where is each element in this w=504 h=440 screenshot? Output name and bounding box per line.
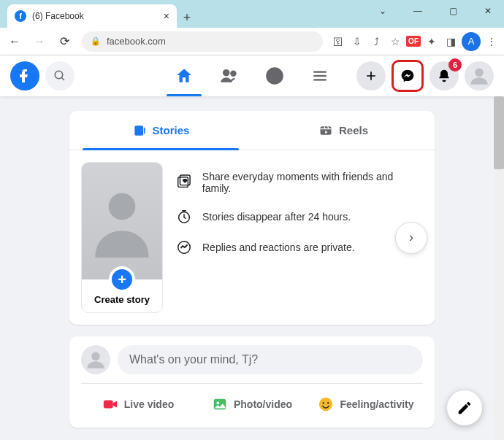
bell-icon [437, 69, 451, 83]
avatar-placeholder-icon [82, 163, 162, 279]
new-message-fab[interactable] [447, 390, 482, 425]
nav-groups[interactable] [254, 57, 295, 95]
new-tab-button[interactable]: + [177, 7, 197, 28]
facebook-favicon: f [15, 10, 26, 22]
composer-input[interactable]: What's on your mind, Tj? [118, 345, 423, 374]
svg-point-17 [91, 352, 100, 361]
main-content: Stories Reels + Create story S [0, 96, 504, 440]
svg-rect-11 [320, 126, 331, 135]
browser-address-bar: ← → ⟳ 🔒 facebook.com ⚿ ⇩ ⤴ ☆ OF ✦ ◨ A ⋮ [0, 28, 504, 55]
svg-point-3 [231, 72, 236, 77]
friends-icon [220, 66, 239, 85]
window-close-button[interactable]: ✕ [472, 0, 504, 22]
side-panel-icon[interactable]: ◨ [443, 34, 459, 50]
stories-icon [132, 123, 147, 138]
reload-button[interactable]: ⟳ [54, 31, 75, 52]
story-info-3: Replies and reactions are private. [202, 242, 355, 253]
browser-tab[interactable]: f (6) Facebook × [7, 4, 177, 28]
url-input[interactable]: 🔒 facebook.com [82, 31, 323, 52]
messenger-button[interactable] [392, 60, 424, 92]
nav-menu[interactable] [299, 57, 340, 95]
tab-title: (6) Facebook [32, 11, 158, 21]
extension-badge[interactable]: OF [406, 36, 421, 47]
scrollbar-thumb[interactable] [494, 96, 504, 169]
facebook-header: 6 [0, 55, 504, 96]
forward-button[interactable]: → [29, 31, 50, 52]
create-button[interactable] [356, 61, 386, 90]
photo-heart-icon [176, 174, 192, 190]
svg-point-6 [275, 73, 278, 76]
clock-icon [176, 209, 192, 225]
chevron-down-icon[interactable]: ⌄ [367, 0, 399, 22]
photo-icon [212, 396, 228, 412]
plus-icon [364, 69, 378, 83]
notifications-button[interactable]: 6 [429, 61, 459, 90]
facebook-logo[interactable] [10, 61, 39, 90]
hamburger-icon [310, 66, 329, 85]
url-text: facebook.com [107, 36, 166, 47]
tab-stories-label: Stories [153, 124, 190, 136]
lock-icon: 🔒 [91, 36, 101, 46]
groups-icon [265, 66, 284, 85]
create-story-card[interactable]: + Create story [81, 162, 163, 313]
feeling-label: Feeling/activity [340, 398, 413, 410]
nav-friends[interactable] [209, 57, 250, 95]
avatar-icon [85, 350, 106, 370]
browser-profile-avatar[interactable]: A [462, 32, 481, 51]
center-navigation [164, 55, 340, 96]
svg-point-0 [55, 71, 63, 79]
svg-rect-18 [104, 401, 113, 409]
composer-placeholder: What's on your mind, Tj? [129, 353, 258, 366]
svg-point-10 [475, 69, 484, 77]
svg-point-5 [271, 73, 274, 76]
search-icon [53, 69, 66, 82]
stories-card: Stories Reels + Create story S [69, 111, 435, 325]
extensions-icon[interactable]: ✦ [424, 34, 440, 50]
stories-next-button[interactable]: › [395, 222, 427, 254]
nav-home[interactable] [164, 57, 205, 95]
chevron-right-icon: › [409, 230, 413, 245]
feeling-button[interactable]: Feeling/activity [309, 390, 423, 419]
story-info: Share everyday moments with friends and … [176, 162, 423, 255]
svg-point-4 [267, 68, 283, 84]
story-info-2: Stories disappear after 24 hours. [202, 211, 351, 223]
svg-point-23 [327, 402, 329, 404]
avatar-icon [469, 66, 489, 86]
svg-point-21 [319, 398, 332, 411]
home-icon [175, 66, 194, 85]
tab-reels[interactable]: Reels [252, 111, 435, 150]
browser-titlebar: f (6) Facebook × + ⌄ — ▢ ✕ [0, 0, 504, 28]
account-avatar[interactable] [465, 61, 494, 90]
photo-video-button[interactable]: Photo/video [195, 390, 309, 419]
browser-menu-icon[interactable]: ⋮ [484, 34, 500, 50]
photo-video-label: Photo/video [234, 398, 292, 410]
smiley-icon [318, 396, 334, 412]
reels-icon [318, 123, 333, 138]
svg-point-22 [323, 402, 324, 404]
back-button[interactable]: ← [4, 31, 25, 52]
svg-point-12 [109, 193, 136, 220]
privacy-messenger-icon [176, 239, 192, 255]
window-minimize-button[interactable]: — [402, 0, 434, 22]
notification-badge: 6 [448, 58, 462, 72]
bookmark-star-icon[interactable]: ☆ [387, 34, 403, 50]
live-video-icon [102, 396, 118, 412]
composer-avatar[interactable] [81, 345, 110, 374]
install-icon[interactable]: ⇩ [349, 34, 365, 50]
svg-point-20 [216, 401, 219, 404]
share-icon[interactable]: ⤴ [368, 34, 384, 50]
svg-point-2 [224, 70, 229, 76]
tab-stories[interactable]: Stories [69, 111, 252, 150]
search-button[interactable] [45, 61, 75, 90]
compose-icon [457, 400, 473, 416]
add-story-plus-icon: + [109, 266, 135, 293]
close-tab-icon[interactable]: × [164, 10, 169, 22]
story-info-1: Share everyday moments with friends and … [202, 171, 423, 194]
live-video-label: Live video [124, 398, 174, 410]
window-maximize-button[interactable]: ▢ [437, 0, 469, 22]
messenger-icon [400, 69, 415, 83]
svg-line-1 [61, 77, 64, 80]
live-video-button[interactable]: Live video [81, 390, 195, 419]
tab-reels-label: Reels [339, 124, 368, 136]
key-icon[interactable]: ⚿ [330, 34, 346, 50]
